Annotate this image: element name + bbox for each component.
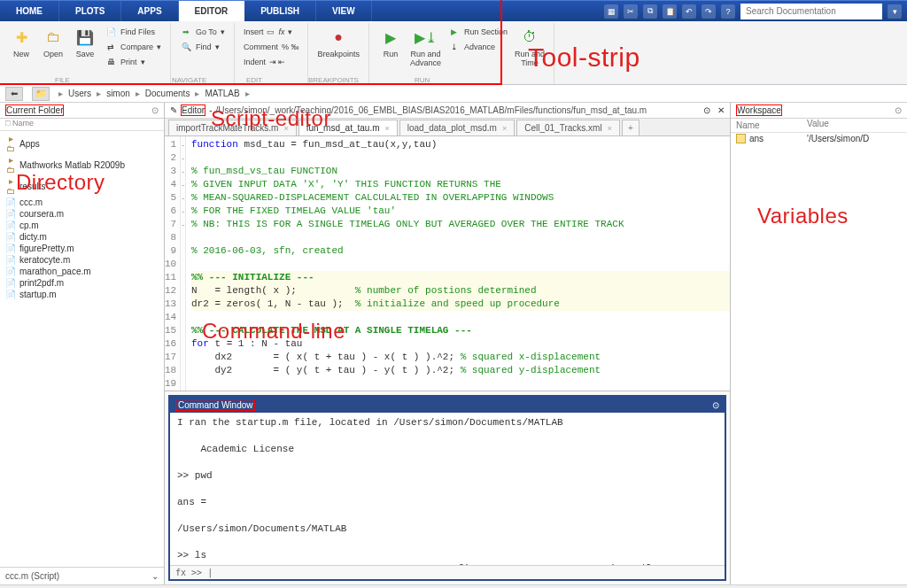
- status-bar: [0, 584, 907, 588]
- workspace-header: Name Value: [731, 119, 907, 133]
- cut-icon[interactable]: ✂: [624, 4, 638, 19]
- editor-tabbar: importTrackMateTracks.m×fun_msd_at_tau.m…: [165, 119, 730, 136]
- current-folder-title: Current Folder ⊙: [0, 103, 164, 119]
- file-icon: 📄: [5, 267, 16, 276]
- close-icon[interactable]: ×: [384, 124, 389, 133]
- editor-tab[interactable]: importTrackMateTracks.m×: [168, 120, 297, 135]
- bc-simon[interactable]: simon: [106, 89, 130, 98]
- folder-icon: ▸ 🗀: [5, 155, 16, 174]
- paste-icon[interactable]: 📋: [663, 4, 677, 19]
- file-item[interactable]: 📄ccc.m: [2, 197, 162, 208]
- tab-view[interactable]: VIEW: [316, 1, 372, 21]
- file-item[interactable]: 📄coursera.m: [2, 208, 162, 220]
- panel-menu-icon[interactable]: ⊙: [712, 400, 719, 410]
- run-advance-button[interactable]: ▶⤓ Run and Advance: [407, 25, 445, 69]
- file-icon: 📄: [5, 290, 16, 299]
- find-button[interactable]: 🔍Find ▾: [176, 40, 229, 54]
- find-icon: 🔍: [180, 41, 192, 53]
- tab-home[interactable]: HOME: [0, 1, 59, 21]
- search-documentation[interactable]: [740, 4, 882, 19]
- indent-button[interactable]: Indent ⇥ ⇤: [240, 55, 303, 69]
- code-editor[interactable]: 123456789101112131415161718192021 ------…: [165, 136, 730, 391]
- insert-button[interactable]: Insert ▭ fx ▾: [240, 25, 303, 39]
- close-icon[interactable]: ×: [283, 124, 288, 133]
- file-item[interactable]: 📄cp.m: [2, 220, 162, 231]
- editor-tab[interactable]: Cell_01_Tracks.xml×: [516, 120, 620, 135]
- tab-label: load_data_plot_msd.m: [407, 123, 497, 133]
- folder-item[interactable]: ▸ 🗀Mathworks Matlab R2009b: [2, 154, 162, 175]
- open-button[interactable]: 🗀 Open: [37, 25, 69, 60]
- run-time-button[interactable]: ⏱ Run and Time: [511, 25, 548, 69]
- run-button[interactable]: ▶ Run: [375, 25, 407, 60]
- file-icon: 📄: [5, 220, 16, 230]
- advance-icon: ⤓: [448, 41, 461, 53]
- item-label: Apps: [19, 139, 40, 149]
- folder-item[interactable]: ▸ 🗀results: [2, 175, 162, 197]
- tab-editor[interactable]: EDITOR: [179, 1, 245, 21]
- editor-title-bar: ✎ Editor - /Users/simon/_work/Teaching/2…: [165, 103, 730, 119]
- comment-button[interactable]: Comment % ‰: [240, 40, 303, 54]
- run-icon: ▶: [380, 27, 401, 48]
- save-button[interactable]: 💾 Save: [69, 25, 101, 60]
- editor-tab[interactable]: load_data_plot_msd.m×: [399, 120, 515, 135]
- bc-matlab[interactable]: MATLAB: [205, 89, 239, 98]
- breakpoints-button[interactable]: ● Breakpoints: [314, 25, 363, 60]
- add-tab-button[interactable]: +: [622, 120, 640, 135]
- file-item[interactable]: 📄dicty.m: [2, 231, 162, 243]
- workspace-row[interactable]: ans'/Users/simon/D: [731, 133, 907, 144]
- app-tabbar: HOME PLOTS APPS EDITOR PUBLISH VIEW ▦ ✂ …: [0, 0, 907, 21]
- item-label: dicty.m: [19, 232, 47, 242]
- tab-plots[interactable]: PLOTS: [59, 1, 121, 21]
- breadcrumb-back-icon[interactable]: ⬅: [5, 87, 23, 101]
- file-icon: 📄: [5, 209, 16, 219]
- print-icon: 🖶: [105, 56, 117, 68]
- item-label: cp.m: [19, 220, 39, 230]
- item-label: coursera.m: [19, 209, 64, 219]
- command-window-title: Command Window: [175, 399, 255, 411]
- tab-label: fun_msd_at_tau.m: [306, 123, 380, 133]
- close-icon[interactable]: ×: [502, 124, 507, 133]
- print-button[interactable]: 🖶Print ▾: [101, 55, 165, 69]
- tab-publish[interactable]: PUBLISH: [244, 1, 316, 21]
- minimize-ribbon-icon[interactable]: ▾: [888, 4, 902, 19]
- editor-tab[interactable]: fun_msd_at_tau.m×: [298, 120, 398, 135]
- chevron-down-icon: ⌄: [151, 571, 159, 581]
- panel-menu-icon[interactable]: ⊙: [151, 105, 159, 115]
- find-files-icon: 📄: [105, 26, 117, 38]
- file-icon: 📄: [5, 232, 16, 242]
- compare-button[interactable]: ⇄Compare ▾: [101, 40, 165, 54]
- group-file-label: FILE: [55, 76, 70, 84]
- folder-item[interactable]: ▸ 🗀Apps: [2, 133, 162, 154]
- file-icon: 📄: [5, 244, 16, 253]
- goto-button[interactable]: ➡Go To ▾: [176, 25, 229, 39]
- redo-icon[interactable]: ↷: [702, 4, 716, 19]
- compare-icon: ⇄: [105, 41, 117, 53]
- help-icon[interactable]: ?: [721, 4, 735, 19]
- command-output[interactable]: I ran the startup.m file, located in /Us…: [170, 413, 725, 565]
- file-info-selector[interactable]: ccc.m (Script) ⌄: [0, 567, 164, 584]
- tab-apps[interactable]: APPS: [121, 1, 178, 21]
- file-item[interactable]: 📄print2pdf.m: [2, 277, 162, 289]
- layout-icon[interactable]: ▦: [604, 4, 618, 19]
- editor-dirty-icon: ⊙: [703, 105, 710, 115]
- new-button[interactable]: ✚ New: [5, 25, 37, 60]
- open-folder-icon: 🗀: [43, 27, 64, 48]
- bc-users[interactable]: Users: [68, 89, 91, 98]
- bc-documents[interactable]: Documents: [145, 89, 190, 98]
- find-files-button[interactable]: 📄Find Files: [101, 25, 165, 39]
- advance-button[interactable]: ⤓Advance: [445, 40, 511, 54]
- undo-icon[interactable]: ↶: [682, 4, 696, 19]
- file-item[interactable]: 📄figurePretty.m: [2, 243, 162, 254]
- editor-close-icon[interactable]: ✕: [717, 105, 725, 115]
- close-icon[interactable]: ×: [608, 124, 612, 133]
- command-prompt[interactable]: fx >> |: [170, 565, 725, 579]
- run-section-button[interactable]: ▶Run Section: [445, 25, 511, 39]
- directory-list[interactable]: ▸ 🗀Apps▸ 🗀Mathworks Matlab R2009b▸ 🗀resu…: [0, 131, 164, 567]
- new-file-icon: ✚: [11, 27, 32, 48]
- file-item[interactable]: 📄marathon_pace.m: [2, 266, 162, 277]
- copy-icon[interactable]: ⧉: [643, 4, 657, 19]
- file-item[interactable]: 📄startup.m: [2, 289, 162, 300]
- panel-menu-icon[interactable]: ⊙: [895, 105, 902, 115]
- breadcrumb-root-icon[interactable]: 📁: [32, 87, 50, 101]
- file-item[interactable]: 📄keratocyte.m: [2, 254, 162, 266]
